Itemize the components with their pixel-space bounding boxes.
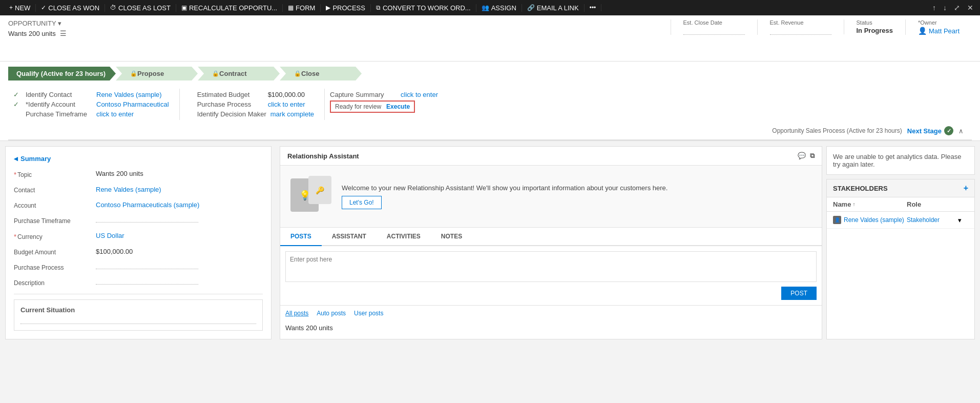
status-field: Status In Progress <box>844 19 906 34</box>
stage-step-qualify[interactable]: Qualify (Active for 23 hours) <box>8 67 116 80</box>
right-panel: We are unable to get analytics data. Ple… <box>826 146 975 339</box>
posts-filter-row: All postsAuto postsUser posts <box>280 305 822 321</box>
toolbar-item-new[interactable]: +NEW <box>4 4 36 12</box>
toolbar-item-form[interactable]: ▦FORM <box>283 4 321 12</box>
account-link[interactable]: Contoso Pharmaceutical <box>96 100 169 108</box>
toolbar-item-convert[interactable]: ⧉CONVERT TO WORK ORD... <box>371 4 476 12</box>
expand-icon[interactable]: ⧉ <box>810 152 815 160</box>
new-label: NEW <box>15 4 30 12</box>
form-field-contact: ContactRene Valdes (sample) <box>14 186 263 194</box>
est-revenue-value[interactable] <box>770 29 831 35</box>
tab-activities[interactable]: ACTIVITIES <box>377 228 431 246</box>
toolbar-expand-btn[interactable]: ⤢ <box>951 3 963 13</box>
tab-notes[interactable]: NOTES <box>431 228 472 246</box>
form-value-account[interactable]: Contoso Pharmaceuticals (sample) <box>96 201 263 209</box>
check-placeholder4: ✓ <box>185 110 193 118</box>
analytics-panel: We are unable to get analytics data. Ple… <box>826 146 975 175</box>
stakeholders-header: STAKEHOLDERS + <box>827 179 974 197</box>
summary-title: Summary <box>14 155 263 163</box>
form-value-purchase_process[interactable] <box>96 263 198 269</box>
sort-icon[interactable]: ↑ <box>852 201 855 207</box>
purchase-process-action[interactable]: click to enter <box>268 100 305 108</box>
center-panel: Relationship Assistant 💬 ⧉ 💡 🔑 Welcome t… <box>280 146 822 339</box>
est-revenue-field: Est. Revenue <box>757 19 844 35</box>
stakeholder-role[interactable]: Stakeholder <box>907 216 958 224</box>
toolbar-item-recalculate[interactable]: ▣RECALCULATE OPPORTU... <box>176 4 283 12</box>
post-input-area: POST <box>280 246 822 305</box>
process-row-timeframe: ✓ Purchase Timeframe click to enter <box>13 110 169 118</box>
form-value-purchase_timeframe[interactable] <box>96 216 198 223</box>
owner-value[interactable]: 👤 Matt Peart <box>918 27 960 35</box>
decision-maker-action[interactable]: mark complete <box>270 110 314 118</box>
form-value-budget_amount: $100,000.00 <box>96 248 263 255</box>
toolbar-item-close-as-lost[interactable]: ⏱CLOSE AS LOST <box>105 4 176 12</box>
toolbar-item-email[interactable]: 🔗EMAIL A LINK <box>522 4 585 12</box>
next-stage-button[interactable]: Next Stage ✓ <box>907 126 953 135</box>
current-situation-section: Current Situation <box>14 299 263 331</box>
stakeholder-name[interactable]: 👤 Rene Valdes (sample) <box>833 216 907 224</box>
form-value-_currency[interactable]: US Dollar <box>96 232 263 239</box>
check-placeholder3: ✓ <box>185 100 193 108</box>
chevron-icon: ▾ <box>58 19 61 27</box>
process-row-budget: ✓ Estimated Budget $100,000.00 <box>185 91 314 98</box>
tab-posts[interactable]: POSTS <box>280 228 322 246</box>
process-row-contact: ✓ Identify Contact Rene Valdes (sample) <box>13 91 169 98</box>
contact-link[interactable]: Rene Valdes (sample) <box>96 91 162 98</box>
add-stakeholder-icon[interactable]: + <box>964 184 968 193</box>
page-title: Wants 200 units ☰ <box>8 29 490 37</box>
close-as-lost-icon: ⏱ <box>110 4 116 11</box>
ra-illustration: 💡 🔑 <box>290 176 331 217</box>
toolbar: +NEW✓CLOSE AS WON⏱CLOSE AS LOST▣RECALCUL… <box>0 0 980 15</box>
process-bottom: Opportunity Sales Process (Active for 23… <box>8 124 972 140</box>
toolbar-item-close-as-won[interactable]: ✓CLOSE AS WON <box>36 4 105 12</box>
close-as-won-icon: ✓ <box>41 4 46 11</box>
stakeholders-table-header: Name ↑ Role <box>827 197 974 212</box>
close-label: Close <box>301 70 319 77</box>
stage-step-close[interactable]: 🔒 Close <box>280 67 362 80</box>
toolbar-item-process[interactable]: ▶PROCESS <box>321 4 371 12</box>
toolbar-close-btn[interactable]: ✕ <box>965 3 976 13</box>
collapse-icon[interactable]: ∧ <box>958 127 964 135</box>
form-value-contact[interactable]: Rene Valdes (sample) <box>96 186 263 193</box>
qualify-label: Qualify (Active for 23 hours) <box>16 70 106 77</box>
ra-card-2: 🔑 <box>308 176 331 204</box>
est-close-date-value[interactable] <box>683 29 745 35</box>
stage-step-propose[interactable]: 🔒 Propose <box>116 67 198 80</box>
post-button[interactable]: POST <box>781 287 817 300</box>
toolbar-item-more[interactable]: ••• <box>585 4 602 11</box>
menu-icon[interactable]: ☰ <box>60 29 67 37</box>
close-as-won-label: CLOSE AS WON <box>48 4 99 12</box>
rel-assistant-actions: 💬 ⧉ <box>798 152 815 160</box>
toolbar-item-assign[interactable]: 👥ASSIGN <box>476 4 522 12</box>
execute-button[interactable]: Execute <box>386 103 410 110</box>
rel-assistant-body: 💡 🔑 Welcome to your new Relationship Ass… <box>280 166 822 228</box>
post-filter-all[interactable]: All posts <box>285 310 308 317</box>
post-input[interactable] <box>285 251 817 282</box>
current-situation-value[interactable] <box>20 318 256 324</box>
lets-go-button[interactable]: Let's Go! <box>342 196 382 209</box>
convert-label: CONVERT TO WORK ORD... <box>383 4 471 12</box>
process-details: ✓ Identify Contact Rene Valdes (sample) … <box>8 85 972 124</box>
toolbar-items: +NEW✓CLOSE AS WON⏱CLOSE AS LOST▣RECALCUL… <box>4 4 930 12</box>
posts-tabs: POSTSASSISTANTACTIVITIESNOTES <box>280 228 822 246</box>
toolbar-down-btn[interactable]: ↓ <box>941 3 949 13</box>
check-placeholder: ✓ <box>13 110 22 118</box>
stage-step-contract[interactable]: 🔒 Contract <box>198 67 280 80</box>
comment-icon[interactable]: 💬 <box>798 152 806 160</box>
stakeholder-row: 👤 Rene Valdes (sample) Stakeholder ▾ <box>827 212 974 229</box>
toolbar-up-btn[interactable]: ↑ <box>930 3 939 13</box>
email-icon: 🔗 <box>527 4 535 11</box>
tab-assistant[interactable]: ASSISTANT <box>322 228 377 246</box>
form-value-description[interactable] <box>96 278 198 285</box>
stage-bar: Qualify (Active for 23 hours)🔒 Propose🔒 … <box>0 62 980 141</box>
stakeholder-menu[interactable]: ▾ <box>958 216 968 224</box>
post-filter-auto[interactable]: Auto posts <box>317 310 346 317</box>
form-field-description: Description <box>14 278 263 287</box>
capture-summary-action[interactable]: click to enter <box>401 91 438 98</box>
contract-label: Contract <box>219 70 246 77</box>
form-divider <box>14 294 263 294</box>
ready-for-review-box: Ready for review Execute <box>330 100 415 113</box>
form-field-purchase_process: Purchase Process <box>14 263 263 271</box>
purchase-timeframe-action[interactable]: click to enter <box>96 110 134 118</box>
post-filter-user[interactable]: User posts <box>354 310 383 317</box>
